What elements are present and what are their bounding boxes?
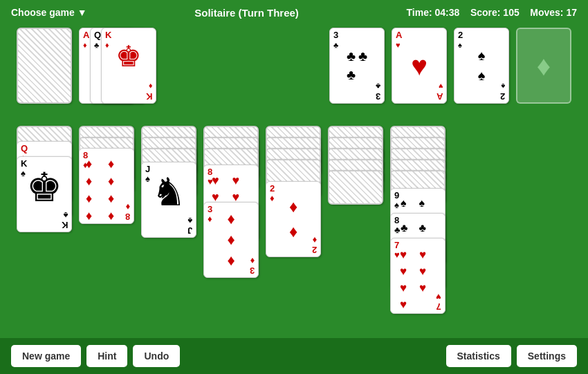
tableau-col-7-card-3[interactable]: 7♥ ♥♥♥♥♥♥♥ 7♥: [390, 238, 445, 314]
statistics-button[interactable]: Statistics: [446, 345, 511, 367]
settings-button[interactable]: Settings: [517, 345, 577, 367]
tableau-col-2-card[interactable]: 8♦ ♦♦♦♦♦♦♦♦ 8♦: [79, 148, 134, 224]
stock-pile[interactable]: [17, 28, 72, 104]
waste-card-3[interactable]: K♦ ♚ K♦: [101, 28, 156, 104]
tableau-col-3-card[interactable]: J♠ ♞ J♠: [141, 162, 196, 238]
moves-display: Moves: 17: [530, 7, 577, 18]
waste-pile: A♦ ♦ A♦ Q♣ ♛ Q♣ K♦ ♚ K♦: [79, 28, 155, 104]
left-buttons: New game Hint Undo: [11, 345, 180, 367]
top-row: A♦ ♦ A♦ Q♣ ♛ Q♣ K♦ ♚ K♦: [11, 28, 577, 118]
tableau-col-5: 2♦ ♦♦ 2♦: [266, 126, 321, 306]
choose-game-button[interactable]: Choose game ▼: [11, 7, 87, 18]
tableau-col-6-back-5: [328, 170, 383, 205]
tableau-col-3: J♠ ♞ J♠: [141, 126, 196, 278]
foundation-4[interactable]: ♦: [516, 28, 571, 104]
hint-button[interactable]: Hint: [86, 345, 127, 367]
game-title: Solitaire (Turn Three): [194, 7, 299, 19]
foundation-2[interactable]: A♥ ♥ A♥: [392, 28, 447, 104]
bottom-bar: New game Hint Undo Statistics Settings: [0, 338, 588, 374]
foundation-1[interactable]: 3♣ ♣♣♣♣ 3♣: [329, 28, 385, 104]
header: Choose game ▼ Solitaire (Turn Three) Tim…: [0, 0, 588, 25]
app: Choose game ▼ Solitaire (Turn Three) Tim…: [0, 0, 588, 374]
tableau-col-7: 9♠ ♠♠♠♠♠♠♠♠♠ 9♠ 8♣ ♣♣♣♣♣♣♣♣ 8♣ 7♥: [390, 126, 445, 340]
tableau-col-4: 8♥ ♥♥♥♥♥♥♥♥ 8♥ 3♦ ♦♦♦ 3♦: [203, 126, 259, 299]
foundation-3[interactable]: 2♠ ♠♠ 2♠: [454, 28, 509, 104]
tableau: Q♦ ♛ Q♦ K♠ ♚ K♠: [11, 126, 577, 340]
tableau-col-6: [328, 126, 383, 306]
right-buttons: Statistics Settings: [446, 345, 577, 367]
tableau-col-2: 8♦ ♦♦♦♦♦♦♦♦ 8♦: [79, 126, 134, 264]
tableau-col-4-card-2[interactable]: 3♦ ♦♦♦ 3♦: [203, 202, 259, 278]
tableau-col-5-card[interactable]: 2♦ ♦♦ 2♦: [266, 181, 321, 257]
new-game-button[interactable]: New game: [11, 345, 81, 367]
time-display: Time: 04:38: [407, 7, 460, 18]
tableau-col-1: Q♦ ♛ Q♦ K♠ ♚ K♠: [17, 126, 72, 278]
game-area: A♦ ♦ A♦ Q♣ ♛ Q♣ K♦ ♚ K♦: [0, 25, 588, 343]
undo-button[interactable]: Undo: [133, 345, 180, 367]
tableau-col-1-card-3[interactable]: K♠ ♚ K♠: [17, 156, 72, 232]
score-display: Score: 105: [470, 7, 520, 18]
stats-bar: Time: 04:38 Score: 105 Moves: 17: [407, 7, 577, 18]
